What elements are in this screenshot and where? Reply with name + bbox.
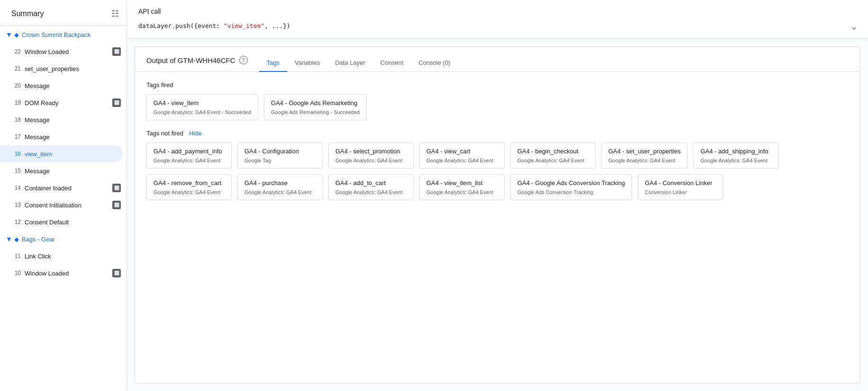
- tag-card-not-fired[interactable]: GA4 - Conversion Linker Conversion Linke…: [638, 174, 723, 200]
- tags-not-fired-row: GA4 - add_payment_info Google Analytics:…: [146, 142, 849, 200]
- tag-name: GA4 - Conversion Linker: [645, 179, 716, 187]
- tag-name: GA4 - view_cart: [426, 148, 497, 155]
- item-label: Message: [25, 116, 121, 124]
- tag-status: Google Analytics: GA4 Event: [700, 158, 771, 163]
- item-number: 18: [8, 116, 21, 123]
- output-tabs: TagsVariablesData LayerConsentConsole (0…: [259, 54, 849, 71]
- hide-link[interactable]: Hide: [189, 130, 202, 137]
- output-section: Output of GTM-WHH46CFC ? TagsVariablesDa…: [135, 46, 860, 383]
- sidebar-item[interactable]: 20 Message: [0, 77, 127, 94]
- item-number: 14: [8, 185, 21, 191]
- tag-status: Google Analytics: GA4 Event: [335, 189, 407, 195]
- tag-name: GA4 - add_to_cart: [335, 179, 407, 187]
- container-icon: ⬜: [112, 269, 121, 277]
- tag-name: GA4 - Google Ads Remarketing: [271, 99, 360, 107]
- item-number: 11: [8, 253, 21, 259]
- tag-card-not-fired[interactable]: GA4 - add_payment_info Google Analytics:…: [146, 142, 232, 169]
- tag-card-fired[interactable]: GA4 - view_item Google Analytics: GA4 Ev…: [146, 94, 258, 120]
- sidebar-item[interactable]: 15 Message: [0, 162, 127, 179]
- delete-icon[interactable]: ☷: [111, 9, 119, 19]
- item-number: 17: [8, 133, 21, 140]
- tags-fired-row: GA4 - view_item Google Analytics: GA4 Ev…: [146, 94, 849, 120]
- tag-card-not-fired[interactable]: GA4 - set_user_properties Google Analyti…: [601, 142, 687, 169]
- tag-card-not-fired[interactable]: GA4 - select_promotion Google Analytics:…: [328, 142, 414, 169]
- tag-status: Conversion Linker: [645, 189, 716, 195]
- sidebar: Summary ☷ ▼ ◆ Crown Summit Backpack 22 W…: [0, 0, 127, 391]
- sidebar-item[interactable]: 21 set_user_properties: [0, 60, 127, 77]
- sidebar-group-crown[interactable]: ▼ ◆ Crown Summit Backpack: [0, 26, 127, 43]
- sidebar-item[interactable]: 17 Message: [0, 128, 127, 145]
- item-label: Consent Default: [25, 219, 121, 226]
- item-label: Message: [25, 82, 121, 89]
- tags-not-fired-label: Tags not fired: [146, 130, 183, 137]
- item-label: Link Click: [25, 253, 121, 260]
- tag-name: GA4 - set_user_properties: [608, 148, 680, 155]
- tag-name: GA4 - Configuration: [244, 148, 316, 155]
- tab-tags[interactable]: Tags: [259, 54, 287, 72]
- tag-card-not-fired[interactable]: GA4 - remove_from_cart Google Analytics:…: [146, 174, 232, 200]
- sidebar-title: Summary: [11, 9, 44, 18]
- sidebar-item[interactable]: 11 Link Click: [0, 248, 127, 265]
- tag-status: Google Analytics: GA4 Event: [335, 158, 407, 163]
- tag-status: Google Analytics: GA4 Event: [517, 158, 588, 163]
- sidebar-group2-label: Bags - Gear: [22, 236, 55, 243]
- item-number: 10: [8, 270, 21, 276]
- sidebar-item[interactable]: 10 Window Loaded ⬜: [0, 265, 127, 282]
- diamond-icon: ◆: [14, 31, 19, 38]
- code-suffix: , ...}): [264, 22, 290, 29]
- tag-name: GA4 - view_item_list: [426, 179, 497, 187]
- chevron-down-icon-2: ▼: [6, 235, 12, 243]
- tab-variables[interactable]: Variables: [287, 54, 327, 72]
- tag-card-not-fired[interactable]: GA4 - add_to_cart Google Analytics: GA4 …: [328, 174, 414, 200]
- item-number: 12: [8, 219, 21, 225]
- tags-fired-label: Tags fired: [146, 81, 849, 89]
- tab-console-0[interactable]: Console (0): [411, 54, 458, 72]
- item-label: Message: [25, 168, 121, 175]
- item-label: Consent Initialisation: [25, 202, 110, 209]
- output-title: Output of GTM-WHH46CFC: [146, 56, 235, 70]
- tag-status: Google Analytics: GA4 Event: [426, 158, 497, 163]
- chevron-down-icon: ▼: [6, 31, 12, 38]
- sidebar-item[interactable]: 12 Consent Default: [0, 213, 127, 231]
- tag-card-not-fired[interactable]: GA4 - purchase Google Analytics: GA4 Eve…: [237, 174, 323, 200]
- container-icon: ⬜: [112, 184, 121, 192]
- item-label: DOM Ready: [25, 99, 110, 107]
- tag-card-not-fired[interactable]: GA4 - view_item_list Google Analytics: G…: [419, 174, 505, 200]
- sidebar-item[interactable]: 18 Message: [0, 111, 127, 128]
- tab-data-layer[interactable]: Data Layer: [327, 54, 373, 72]
- tag-card-not-fired[interactable]: GA4 - view_cart Google Analytics: GA4 Ev…: [419, 142, 505, 169]
- tag-status: Google Analytics: GA4 Event: [608, 158, 680, 163]
- tag-card-fired[interactable]: GA4 - Google Ads Remarketing Google Ads …: [264, 94, 367, 120]
- tag-card-not-fired[interactable]: GA4 - Configuration Google Tag: [237, 142, 323, 169]
- sidebar-item[interactable]: 14 Container loaded ⬜: [0, 179, 127, 196]
- sidebar-group-bags[interactable]: ▼ ◆ Bags - Gear: [0, 231, 127, 248]
- code-line: dataLayer.push({event: "view_item", ...}…: [138, 22, 290, 29]
- tag-name: GA4 - purchase: [244, 179, 316, 187]
- item-label: Container loaded: [25, 185, 110, 192]
- item-number: 16: [8, 151, 21, 157]
- item-label: Window Loaded: [25, 48, 110, 55]
- tab-consent[interactable]: Consent: [373, 54, 411, 72]
- sidebar-item[interactable]: 13 Consent Initialisation ⬜: [0, 196, 127, 213]
- tag-card-not-fired[interactable]: GA4 - add_shipping_info Google Analytics…: [693, 142, 778, 169]
- tag-status: Google Analytics: GA4 Event: [426, 189, 497, 195]
- tag-card-not-fired[interactable]: GA4 - Google Ads Conversion Tracking Goo…: [510, 174, 632, 200]
- sidebar-item[interactable]: 19 DOM Ready ⬜: [0, 94, 127, 111]
- tag-name: GA4 - begin_checkout: [517, 148, 588, 155]
- sidebar-header: Summary ☷: [0, 0, 127, 26]
- sidebar-item[interactable]: 22 Window Loaded ⬜: [0, 43, 127, 60]
- help-icon[interactable]: ?: [239, 56, 248, 64]
- item-label: Message: [25, 133, 121, 141]
- expand-code-icon[interactable]: ⌄: [851, 21, 857, 31]
- tag-card-not-fired[interactable]: GA4 - begin_checkout Google Analytics: G…: [510, 142, 596, 169]
- item-number: 20: [8, 82, 21, 89]
- api-call-section: API call dataLayer.push({event: "view_it…: [127, 0, 868, 39]
- container-icon: ⬜: [112, 47, 121, 56]
- tag-name: GA4 - remove_from_cart: [154, 179, 225, 187]
- tag-status: Google Tag: [244, 158, 316, 163]
- tag-name: GA4 - add_shipping_info: [700, 148, 771, 155]
- sidebar-item[interactable]: 16 view_item: [0, 145, 123, 162]
- output-header: Output of GTM-WHH46CFC ? TagsVariablesDa…: [135, 47, 860, 72]
- item-number: 21: [8, 65, 21, 72]
- item-number: 19: [8, 99, 21, 106]
